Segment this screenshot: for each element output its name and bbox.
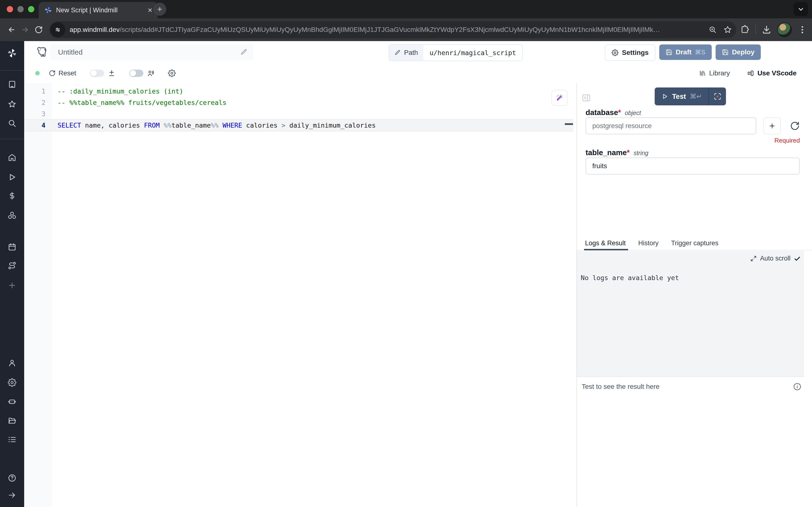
site-settings-icon[interactable] — [50, 22, 65, 37]
collapse-panel-icon[interactable] — [582, 93, 591, 103]
variables-dollar-icon[interactable] — [8, 191, 16, 200]
table-name-input[interactable] — [586, 158, 800, 174]
settings-gear-icon[interactable] — [8, 378, 16, 387]
groups-list-icon[interactable] — [8, 435, 16, 444]
tab-trigger-captures[interactable]: Trigger captures — [671, 236, 718, 250]
tab-search-button[interactable] — [794, 2, 808, 16]
bookmark-star-icon[interactable] — [723, 25, 732, 34]
browser-tab[interactable]: New Script | Windmill — [39, 2, 158, 18]
resources-cubes-icon[interactable] — [8, 211, 16, 220]
url-path: /scripts/add#JTdCJTIyaGFzaCUyMiUzQSUyMiU… — [120, 26, 660, 33]
field-type: object — [625, 109, 641, 116]
library-label: Library — [709, 69, 730, 77]
line-number: 4 — [24, 122, 52, 129]
code-line-active: 4 SELECT name, calories FROM %%table_nam… — [24, 119, 574, 131]
play-icon — [661, 93, 668, 100]
settings-button[interactable]: Settings — [605, 45, 655, 61]
table-name-field-row — [586, 158, 800, 174]
diff-icon — [108, 70, 115, 77]
window-close-button[interactable] — [7, 6, 13, 12]
draft-label: Draft — [676, 48, 691, 56]
extensions-icon[interactable] — [740, 25, 750, 35]
capture-test-button[interactable] — [709, 88, 726, 105]
refresh-icon — [49, 70, 56, 76]
expand-icon[interactable] — [750, 256, 757, 262]
code-line: 1 -- :daily_minimum_calories (int) — [24, 86, 574, 97]
deploy-label: Deploy — [732, 48, 754, 56]
draft-button[interactable]: Draft ⌘S — [659, 45, 712, 60]
download-icon[interactable] — [762, 25, 771, 35]
line-number: 3 — [24, 110, 52, 118]
back-icon[interactable] — [5, 23, 18, 37]
code-text: SELECT name, calories FROM %%table_name%… — [52, 122, 376, 129]
folders-icon[interactable] — [8, 416, 16, 425]
window-zoom-button[interactable] — [28, 6, 34, 12]
check-icon — [794, 255, 801, 262]
auto-scroll-control[interactable]: Auto scroll — [750, 255, 801, 262]
expand-sidebar-arrow-icon[interactable] — [8, 491, 16, 500]
field-type: string — [634, 150, 648, 157]
new-tab-button[interactable] — [153, 3, 166, 16]
app-sidebar — [0, 41, 24, 507]
user-icon[interactable] — [8, 358, 16, 367]
deploy-button[interactable]: Deploy — [715, 45, 761, 60]
windmill-app: Path u/henri/magical_script Settings Dra… — [0, 41, 812, 507]
test-button[interactable]: Test ⌘↵ — [655, 88, 708, 105]
tab-close-icon[interactable] — [147, 7, 153, 13]
edit-name-pencil-icon[interactable] — [240, 49, 247, 56]
line-number: 1 — [24, 88, 52, 95]
profile-avatar[interactable] — [777, 22, 792, 37]
browser-menu-icon[interactable] — [798, 25, 807, 35]
add-menu-plus-icon[interactable] — [8, 281, 16, 290]
info-icon[interactable] — [793, 382, 802, 391]
test-label: Test — [672, 93, 686, 101]
workspace-icon[interactable] — [8, 80, 16, 89]
favorites-star-icon[interactable] — [8, 100, 16, 109]
editor-gutter — [24, 83, 52, 507]
window-controls — [7, 6, 34, 12]
window-minimize-button[interactable] — [17, 6, 24, 12]
ai-assistant-wand-button[interactable] — [552, 90, 568, 106]
sidebar-divider — [0, 70, 24, 70]
zoom-icon[interactable] — [708, 25, 717, 34]
script-header: Path u/henri/magical_script Settings Dra… — [24, 41, 812, 63]
database-resource-input[interactable] — [586, 117, 756, 134]
add-resource-button[interactable] — [763, 117, 781, 134]
forward-icon[interactable] — [18, 23, 32, 37]
auto-scroll-label: Auto scroll — [760, 255, 791, 262]
url-host: app.windmill.dev — [70, 26, 120, 33]
routes-icon[interactable] — [8, 261, 16, 270]
editor-settings-gear-icon[interactable] — [168, 69, 176, 77]
refresh-resources-icon[interactable] — [790, 121, 800, 131]
use-vscode-button[interactable]: Use VScode — [747, 69, 797, 77]
settings-label: Settings — [622, 49, 648, 57]
url-text: app.windmill.dev/scripts/add#JTdCJTIyaGF… — [70, 26, 702, 34]
panel-tabs: Logs & Result History Trigger captures — [577, 236, 812, 250]
path-label: Path — [404, 49, 418, 57]
line-number: 2 — [24, 99, 52, 106]
reload-icon[interactable] — [32, 23, 46, 37]
script-name-input[interactable] — [50, 48, 240, 56]
diff-toggle[interactable] — [90, 70, 104, 77]
schedules-calendar-icon[interactable] — [8, 243, 16, 251]
path-pill[interactable]: Path u/henri/magical_script — [389, 44, 523, 61]
url-bar[interactable]: app.windmill.dev/scripts/add#JTdCJTIyaGF… — [49, 21, 736, 38]
save-icon — [665, 49, 672, 56]
users-icon — [147, 70, 155, 77]
table-name-field-label: table_name* string — [586, 149, 648, 157]
runs-play-icon[interactable] — [8, 173, 16, 181]
database-field-label: database* object — [586, 108, 641, 117]
code-line: 2 -- %%table_name%% fruits/vegetables/ce… — [24, 97, 574, 108]
home-icon[interactable] — [8, 153, 16, 162]
code-editor[interactable]: 1 -- :daily_minimum_calories (int) 2 -- … — [24, 83, 576, 507]
tab-history[interactable]: History — [638, 236, 658, 250]
ai-robot-icon[interactable] — [8, 397, 16, 406]
help-icon[interactable] — [8, 474, 16, 482]
tab-logs-result[interactable]: Logs & Result — [585, 236, 626, 250]
windmill-logo[interactable] — [7, 48, 17, 58]
reset-button[interactable]: Reset — [49, 69, 76, 77]
search-icon[interactable] — [8, 119, 16, 128]
collab-toggle[interactable] — [129, 70, 143, 77]
toggle-knob — [91, 70, 97, 76]
library-button[interactable]: Library — [699, 69, 730, 77]
